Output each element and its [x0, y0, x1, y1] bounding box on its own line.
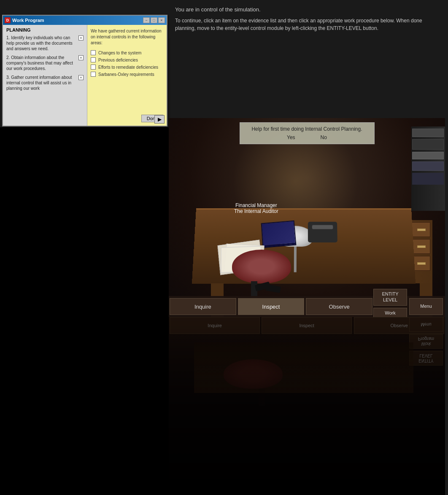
wp-check-row-1: Changes to the system: [91, 50, 163, 55]
close-button[interactable]: ×: [158, 17, 165, 23]
drawer-handle-1: [417, 229, 426, 231]
wp-check-row-3: Efforts to remediate deficiencies: [91, 65, 163, 70]
wp-item-3-checkbox[interactable]: ×: [78, 75, 84, 80]
character-label: Financial Manager The Internal Auditor: [234, 202, 278, 214]
reflection-buttons-row: Inquire Inspect Observe: [169, 317, 445, 334]
window-icon: D: [5, 17, 11, 23]
wp-check-row-2: Previous deficiencies: [91, 57, 163, 62]
scene-container: Financial Manager The Internal Auditor H…: [169, 118, 445, 317]
window-controls: − □ ×: [143, 17, 165, 23]
book-item: [412, 161, 444, 171]
wp-item-2-text: 2. Obtain information about the company'…: [6, 55, 77, 71]
wp-item-3-text: 3. Gather current information about inte…: [6, 75, 77, 91]
window-title-text: Work Program: [12, 18, 44, 23]
books-right: [411, 126, 445, 211]
refl-work-program: WorkProgram: [409, 334, 443, 349]
reflection-area: Inquire Inspect Observe ENTITYLEVEL Work…: [169, 317, 445, 495]
wp-check-2[interactable]: [91, 57, 96, 62]
help-buttons: Yes No: [248, 135, 366, 140]
wp-check-3[interactable]: [91, 65, 96, 70]
chair: [224, 233, 300, 300]
instruction-line2: To continue, click an item on the eviden…: [175, 17, 441, 32]
refl-entity-level: ENTITYLEVEL: [409, 351, 443, 366]
refl-chair-leg: [259, 389, 265, 406]
book-item: [412, 129, 444, 137]
minimize-button[interactable]: −: [143, 17, 150, 23]
wp-right-pane: We have gathered current information on …: [87, 25, 167, 126]
wp-left-pane: PLANNING 1. Identify key individuals who…: [3, 25, 87, 126]
drawer-handle-2: [417, 245, 426, 248]
wp-item-1-text: 1. Identify key individuals who can help…: [6, 35, 77, 51]
wp-info-text: We have gathered current information on …: [91, 28, 163, 46]
window-title-left: D Work Program: [5, 17, 44, 23]
next-button[interactable]: ▶: [154, 115, 165, 124]
wp-check-label-4: Sarbanes-Oxley requirements: [98, 72, 154, 77]
left-bottom: [0, 127, 169, 495]
help-no-button[interactable]: No: [321, 135, 327, 140]
wp-check-label-3: Efforts to remediate deficiencies: [98, 65, 158, 70]
wp-item-2: 2. Obtain information about the company'…: [6, 55, 84, 71]
entity-level-button[interactable]: ENTITYLEVEL: [373, 289, 407, 306]
character-name1: Financial Manager: [234, 202, 278, 208]
wp-check-4[interactable]: [91, 72, 96, 77]
instruction-line1: You are in control of the simulation.: [175, 6, 441, 13]
refl-menu: Menu: [409, 317, 443, 332]
reflection-chair-seat: [224, 359, 283, 389]
observe-button[interactable]: Observe: [306, 298, 372, 315]
shoe-right: [265, 284, 281, 293]
book-item: [412, 152, 444, 159]
wp-check-1[interactable]: [91, 50, 96, 55]
wp-footer: ▶: [154, 115, 165, 124]
planning-label: PLANNING: [6, 27, 84, 32]
maximize-button[interactable]: □: [151, 17, 157, 23]
instruction-area: You are in control of the simulation. To…: [169, 0, 447, 38]
wp-check-label-1: Changes to the system: [98, 51, 141, 55]
window-body: PLANNING 1. Identify key individuals who…: [3, 25, 167, 126]
wp-item-3: 3. Gather current information about inte…: [6, 75, 84, 91]
wp-check-label-2: Previous deficiencies: [98, 58, 138, 62]
chair-seat: [232, 250, 291, 283]
wp-item-1-checkbox[interactable]: ×: [78, 35, 84, 40]
reflection-right-buttons: ENTITYLEVEL WorkProgram Menu: [409, 317, 443, 366]
drawer-handle-3: [417, 262, 426, 265]
wp-check-row-4: Sarbanes-Oxley requirements: [91, 72, 163, 77]
work-program-window: D Work Program − □ × PLANNING 1. Identif…: [2, 15, 167, 126]
refl-inspect-button: Inspect: [262, 317, 352, 334]
wp-item-1: 1. Identify key individuals who can help…: [6, 35, 84, 51]
book-item: [412, 139, 444, 150]
menu-button[interactable]: Menu: [409, 298, 443, 315]
reflection-chair: [224, 359, 300, 410]
phone-handset: [312, 225, 333, 229]
help-dialog: Help for first time doing Internal Contr…: [240, 122, 375, 144]
inspect-button[interactable]: Inspect: [238, 298, 305, 315]
desk-phone: [308, 222, 337, 242]
character-name2: The Internal Auditor: [234, 208, 278, 214]
scene-actions: Inquire Inspect Observe ENTITYLEVEL Work…: [169, 296, 445, 317]
wp-item-2-checkbox[interactable]: ×: [78, 55, 84, 60]
refl-inquire-button: Inquire: [170, 317, 260, 334]
inquire-button[interactable]: Inquire: [170, 298, 236, 315]
help-yes-button[interactable]: Yes: [287, 135, 295, 140]
book-item: [412, 173, 444, 185]
window-titlebar: D Work Program − □ ×: [3, 16, 167, 25]
help-text: Help for first time doing Internal Contr…: [248, 126, 366, 132]
